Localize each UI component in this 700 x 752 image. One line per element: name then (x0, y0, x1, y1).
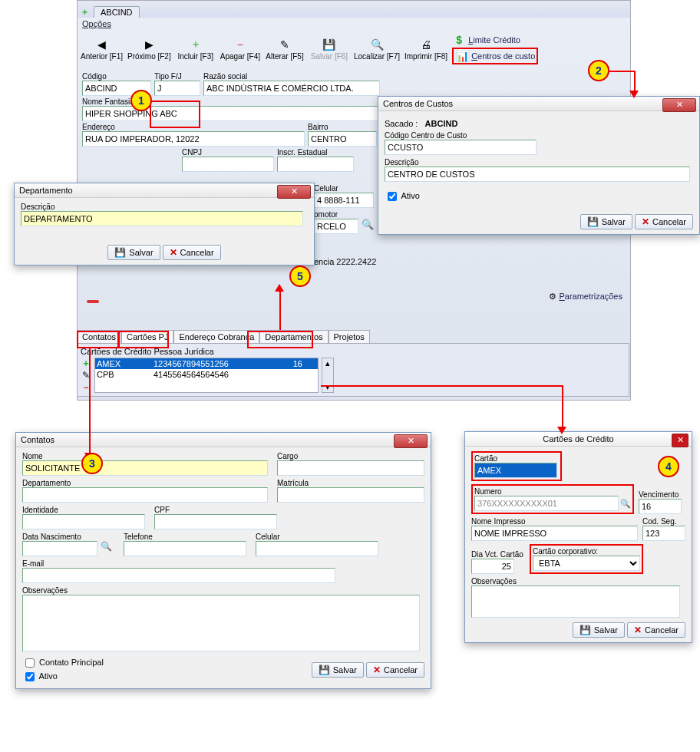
tipofj-input[interactable] (154, 81, 200, 96)
nome-input[interactable] (22, 460, 268, 476)
chart-icon: 📊 (455, 49, 469, 63)
descricao-cc-label: Descrição (385, 158, 693, 167)
card-brand: AMEX (95, 358, 152, 369)
anterior-button[interactable]: ◀ Anterior [F1] (81, 38, 123, 61)
toolbar: ◀ Anterior [F1] ▶ Próximo [F2] ＋ Incluir… (78, 30, 630, 69)
incluir-label: Incluir [F3] (177, 52, 213, 61)
cartao-title: Cartões de Crédito ✕ (465, 432, 692, 447)
limite-credito-button[interactable]: $ Limite Crédito (452, 33, 538, 47)
nomefant-label: Nome Fantasia (82, 97, 381, 106)
codigo-cc-input[interactable] (385, 140, 537, 155)
datanasc-input[interactable] (22, 541, 97, 556)
matricula-input[interactable] (277, 487, 424, 503)
add-tab-icon[interactable]: ＋ (81, 6, 89, 18)
parametrizacoes-button[interactable]: ⚙ Parametrizações (549, 292, 622, 302)
celular-label: Celular (314, 184, 346, 193)
salvar-button: 💾 Salvar [F6] (309, 38, 349, 61)
close-icon[interactable]: ✕ (662, 98, 696, 112)
lookup-icon[interactable]: 🔍 (620, 499, 631, 509)
cartao-input[interactable] (474, 463, 557, 478)
tab-projetos[interactable]: Projetos (329, 330, 370, 343)
collapse-icon[interactable] (87, 300, 99, 303)
cpf-input[interactable] (154, 514, 277, 529)
cartao-corp-label: Cartão corporativo: (533, 547, 640, 556)
apagar-label: Apagar [F4] (220, 52, 260, 61)
incluir-button[interactable]: ＋ Incluir [F3] (176, 38, 216, 61)
bairro-input[interactable] (308, 131, 377, 147)
imprimir-label: Imprimir [F8] (404, 52, 447, 61)
salvar-button[interactable]: 💾Salvar (312, 662, 364, 678)
celular-input[interactable] (314, 193, 374, 208)
cards-panel: Cartões de Crédito Pessoa Jurídica ＋ ✎ −… (77, 344, 629, 397)
salvar-button[interactable]: 💾Salvar (107, 245, 160, 260)
opcoes-menu[interactable]: Opções (78, 18, 630, 30)
cancelar-button[interactable]: ✕Cancelar (163, 245, 221, 260)
agencia-value: encia 2222.2422 (314, 257, 376, 266)
cancel-icon: ✕ (642, 216, 649, 227)
cancelar-button[interactable]: ✕Cancelar (627, 622, 685, 638)
card-number: 4145564564564546 (152, 369, 278, 380)
email-input[interactable] (22, 568, 335, 583)
obs-textarea[interactable] (22, 595, 420, 651)
tab-abcind[interactable]: ABCIND (94, 6, 140, 18)
telefone-input[interactable] (124, 541, 246, 556)
centros-de-custo-button[interactable]: 📊 Centros de custo (452, 48, 538, 64)
razao-input[interactable] (203, 81, 380, 96)
cancelar-button[interactable]: ✕Cancelar (366, 662, 424, 678)
salvar-button[interactable]: 💾Salvar (580, 214, 632, 229)
salvar-button[interactable]: 💾Salvar (573, 622, 625, 638)
arrow-head-icon (629, 91, 639, 98)
table-row[interactable]: CPB 4145564564564546 (95, 369, 318, 380)
descricao-input[interactable] (21, 211, 303, 226)
nome-impresso-input[interactable] (471, 526, 638, 541)
promotor-input[interactable] (314, 219, 358, 234)
scrollbar[interactable]: ▴ ▾ (322, 358, 334, 393)
imprimir-button[interactable]: 🖨 Imprimir [F8] (404, 38, 447, 61)
celular-input[interactable] (256, 541, 378, 556)
contato-principal-checkbox[interactable] (25, 658, 35, 668)
proximo-button[interactable]: ▶ Próximo [F2] (127, 38, 171, 61)
table-row[interactable]: AMEX 1234567894551256 16 (95, 358, 318, 369)
search-icon[interactable]: 🔍 (362, 219, 374, 234)
ativo-checkbox[interactable] (388, 192, 397, 201)
cargo-input[interactable] (277, 460, 424, 476)
arrow-segment (279, 290, 281, 330)
highlight-departamentos-tab (247, 331, 313, 348)
numero-input[interactable] (474, 496, 619, 511)
close-icon[interactable]: ✕ (277, 185, 311, 199)
highlight-tipofj (150, 101, 200, 128)
alterar-button[interactable]: ✎ Alterar [F5] (265, 38, 305, 61)
arrow-head-icon (275, 284, 284, 292)
obs-textarea[interactable] (471, 585, 680, 618)
diavct-label: Dia Vct. Cartão (471, 550, 525, 559)
table-row (95, 380, 318, 391)
anterior-label: Anterior [F1] (81, 52, 123, 61)
departamento-input[interactable] (22, 487, 268, 503)
apagar-button[interactable]: − Apagar [F4] (220, 38, 260, 61)
parametrizacoes-label: Parametrizações (559, 292, 622, 301)
chevron-down-icon[interactable]: ▾ (322, 382, 333, 392)
identidade-input[interactable] (22, 514, 145, 529)
endereco-input[interactable] (82, 131, 305, 147)
cancel-icon: ✕ (170, 247, 177, 258)
proximo-label: Próximo [F2] (127, 52, 171, 61)
insc-input[interactable] (277, 157, 354, 172)
cancelar-button[interactable]: ✕Cancelar (635, 214, 693, 229)
chevron-up-icon[interactable]: ▴ (322, 358, 333, 368)
bairro-label: Bairro (308, 123, 377, 131)
cnpj-input[interactable] (182, 157, 274, 172)
arrow-segment (634, 71, 636, 92)
descricao-cc-input[interactable] (385, 167, 690, 182)
ativo-checkbox[interactable] (25, 672, 35, 681)
cards-table[interactable]: AMEX 1234567894551256 16 CPB 41455645645… (94, 358, 319, 393)
diavct-input[interactable] (471, 559, 514, 574)
lookup-icon[interactable]: 🔍 (101, 541, 112, 556)
cartao-corp-select[interactable]: EBTA (533, 556, 640, 571)
close-icon[interactable]: ✕ (672, 434, 688, 447)
close-icon[interactable]: ✕ (394, 434, 428, 448)
descricao-label: Descrição (21, 203, 308, 211)
vencimento-input[interactable] (639, 499, 682, 514)
codseg-input[interactable] (642, 526, 685, 541)
nomefant-input[interactable] (82, 106, 381, 121)
localizar-button[interactable]: 🔍 Localizar [F7] (354, 38, 400, 61)
